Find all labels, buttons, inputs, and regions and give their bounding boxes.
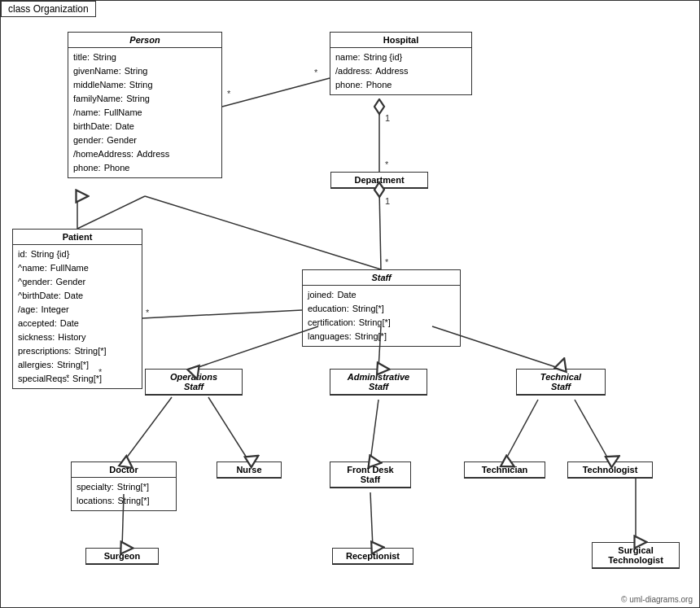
class-staff: Staff joined:Date education:String[*] ce… [302,269,461,347]
class-hospital: Hospital name:String {id} /address:Addre… [330,32,472,95]
class-hospital-header: Hospital [330,33,471,48]
class-department: Department [330,172,428,189]
class-patient: Patient id:String {id} ^name:FullName ^g… [12,229,142,389]
class-receptionist-header: Receptionist [333,549,413,564]
class-technician-header: Technician [465,462,545,478]
class-operations-staff-header: Operations Staff [146,370,242,395]
class-operations-staff: Operations Staff [145,369,243,396]
class-surgical-technologist-header: Surgical Technologist [593,543,679,568]
svg-text:*: * [227,89,231,98]
svg-line-6 [222,78,330,107]
class-surgeon-header: Surgeon [86,549,158,564]
class-technologist: Technologist [567,461,653,479]
class-administrative-staff: Administrative Staff [330,369,427,396]
class-doctor-body: specialty:String[*] locations:String[*] [72,478,176,510]
class-nurse: Nurse [217,461,282,479]
class-administrative-staff-header: Administrative Staff [330,370,427,395]
class-doctor: Doctor specialty:String[*] locations:Str… [71,461,177,511]
class-technician: Technician [464,461,545,479]
class-patient-header: Patient [13,230,142,245]
svg-line-12 [142,310,302,318]
copyright: © uml-diagrams.org [621,595,693,604]
svg-text:*: * [385,257,389,267]
class-person: Person title:String givenName:String mid… [68,32,222,178]
svg-text:*: * [314,68,318,77]
class-technologist-header: Technologist [568,462,652,478]
class-department-header: Department [331,173,427,188]
class-person-header: Person [68,33,221,48]
class-front-desk-staff: Front Desk Staff [330,461,411,488]
class-staff-header: Staff [303,270,460,286]
svg-line-18 [124,397,172,461]
class-person-body: title:String givenName:String middleName… [68,48,221,177]
svg-text:1: 1 [385,196,390,206]
svg-line-20 [370,400,378,461]
svg-line-9 [379,190,381,269]
svg-text:1: 1 [385,113,390,123]
class-receptionist: Receptionist [332,548,413,565]
svg-line-15 [194,326,318,369]
svg-line-21 [505,400,538,461]
class-doctor-header: Doctor [72,462,176,478]
class-patient-body: id:String {id} ^name:FullName ^gender:Ge… [13,245,142,388]
svg-line-19 [208,397,249,461]
svg-text:*: * [146,308,150,317]
svg-line-24 [370,492,373,548]
class-technical-staff-header: Technical Staff [517,370,605,395]
class-nurse-header: Nurse [217,462,281,478]
svg-line-22 [575,400,610,461]
svg-text:*: * [385,160,389,169]
diagram-title: class Organization [1,1,96,17]
class-hospital-body: name:String {id} /address:Address phone:… [330,48,471,94]
class-surgeon: Surgeon [85,548,159,565]
svg-line-1 [77,196,145,229]
svg-line-2 [145,196,381,269]
class-front-desk-staff-header: Front Desk Staff [330,462,410,488]
class-surgical-technologist: Surgical Technologist [592,542,680,569]
class-staff-body: joined:Date education:String[*] certific… [303,286,460,346]
class-technical-staff: Technical Staff [516,369,606,396]
diagram-container: class Organization Person title:String g… [0,0,700,608]
